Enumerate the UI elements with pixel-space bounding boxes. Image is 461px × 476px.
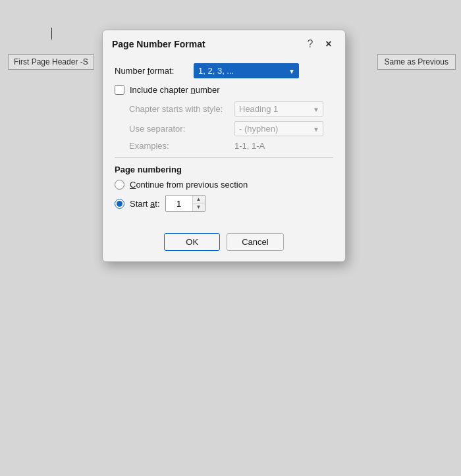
spinner-buttons: ▲ ▼ (192, 196, 205, 211)
chapter-starts-select[interactable]: Heading 1 Heading 2 Heading 3 (234, 101, 323, 117)
chapter-starts-label: Chapter starts with style: (129, 104, 234, 114)
dialog-titlebar: Page Number Format ? × (103, 30, 345, 57)
number-format-select-wrapper: 1, 2, 3, ... a, b, c, ... A, B, C, ... i… (194, 63, 299, 78)
start-at-radio[interactable] (115, 199, 124, 209)
start-at-spinner: 1 ▲ ▼ (165, 195, 205, 212)
continue-from-previous-row: Continue from previous section (115, 180, 333, 190)
spinner-down-button[interactable]: ▼ (193, 203, 205, 211)
dialog-title: Page Number Format (112, 39, 205, 49)
number-format-select[interactable]: 1, 2, 3, ... a, b, c, ... A, B, C, ... i… (194, 63, 299, 78)
examples-label: Examples: (129, 141, 234, 151)
spinner-up-button[interactable]: ▲ (193, 196, 205, 203)
start-at-input[interactable]: 1 (166, 196, 192, 211)
chapter-starts-row: Chapter starts with style: Heading 1 Hea… (129, 101, 333, 117)
dialog-content: Number format: 1, 2, 3, ... a, b, c, ...… (103, 57, 345, 226)
include-chapter-label[interactable]: Include chapter number (130, 85, 220, 95)
continue-from-previous-radio[interactable] (115, 180, 124, 190)
separator (115, 157, 333, 158)
chapter-options-section: Chapter starts with style: Heading 1 Hea… (129, 101, 333, 151)
examples-row: Examples: 1-1, 1-A (129, 141, 333, 151)
number-format-label: Number format: (115, 66, 194, 76)
start-at-label[interactable]: Start at: (130, 199, 160, 209)
start-at-row: Start at: 1 ▲ ▼ (115, 195, 333, 212)
page-numbering-title: Page numbering (115, 165, 333, 174)
include-chapter-row: Include chapter number (115, 85, 333, 95)
cancel-button[interactable]: Cancel (227, 233, 283, 251)
use-separator-select-wrapper: - (hyphen) . (period) : (colon) ▼ (234, 121, 323, 136)
chapter-starts-select-wrapper: Heading 1 Heading 2 Heading 3 ▼ (234, 101, 323, 117)
titlebar-icons: ? × (303, 37, 336, 51)
examples-value: 1-1, 1-A (234, 141, 265, 151)
include-chapter-checkbox[interactable] (115, 85, 124, 95)
use-separator-select[interactable]: - (hyphen) . (period) : (colon) (234, 121, 323, 136)
ok-button[interactable]: OK (164, 233, 220, 251)
continue-from-previous-label[interactable]: Continue from previous section (130, 180, 248, 190)
use-separator-row: Use separator: - (hyphen) . (period) : (… (129, 121, 333, 136)
page-number-format-dialog: Page Number Format ? × Number format: 1,… (102, 30, 346, 262)
use-separator-label: Use separator: (129, 124, 234, 134)
close-button[interactable]: × (321, 37, 336, 51)
number-format-row: Number format: 1, 2, 3, ... a, b, c, ...… (115, 63, 333, 78)
dialog-footer: OK Cancel (103, 226, 345, 261)
help-button[interactable]: ? (303, 37, 317, 51)
